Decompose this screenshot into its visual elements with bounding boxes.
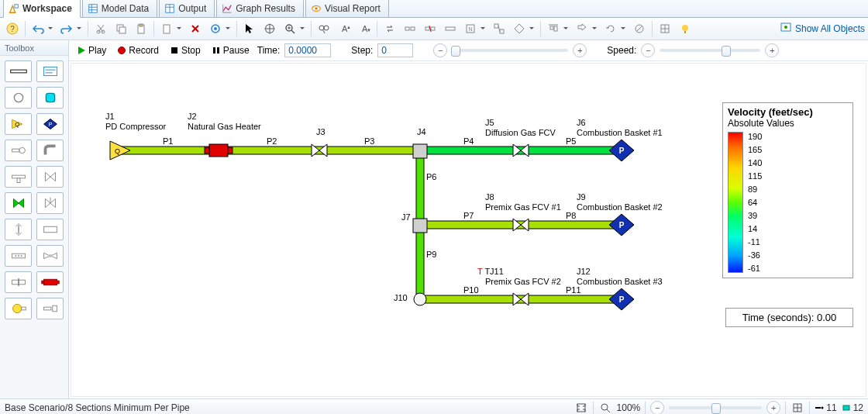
zoom-out-button[interactable]: − — [650, 401, 664, 414]
print-button[interactable] — [206, 19, 233, 38]
time-label: Time: — [257, 45, 281, 56]
toolbox-control-valve[interactable] — [5, 192, 32, 214]
toolbox-reservoir[interactable] — [36, 87, 64, 109]
morph-button[interactable] — [490, 19, 508, 38]
zoom-tool[interactable] — [281, 19, 308, 38]
speed-increment-button[interactable]: + — [765, 43, 779, 57]
separator — [785, 402, 786, 414]
cut-button[interactable] — [91, 19, 110, 38]
toolbox-assigned-pressure[interactable]: P — [36, 113, 64, 135]
svg-marker-132 — [521, 144, 529, 157]
toolbox-general-component[interactable] — [36, 219, 64, 240]
workspace-canvas[interactable]: Q P — [71, 63, 866, 397]
zoom-slider[interactable] — [669, 406, 762, 409]
speed-decrement-button[interactable]: − — [641, 43, 655, 57]
paste-button[interactable] — [132, 19, 150, 38]
grid-button[interactable] — [656, 19, 674, 38]
highlight-button[interactable] — [676, 19, 694, 38]
tab-visual-report[interactable]: Visual Report — [305, 0, 389, 17]
toolbox-screen[interactable] — [5, 245, 32, 267]
play-button[interactable]: Play — [74, 43, 109, 57]
reverse-pipe-button[interactable] — [381, 19, 399, 38]
velocity-legend[interactable]: Velocity (feet/sec) Absolute Values 190 … — [722, 102, 853, 278]
svg-point-11 — [315, 7, 318, 10]
svg-point-87 — [20, 255, 22, 257]
copy-button[interactable] — [112, 19, 130, 38]
delete-button[interactable] — [186, 19, 205, 38]
svg-point-32 — [324, 26, 329, 30]
workspace-options-button[interactable] — [790, 401, 804, 414]
fit-view-button[interactable] — [574, 401, 588, 414]
show-all-objects-button[interactable]: Show All Objects — [780, 22, 865, 36]
toolbox-compressor[interactable] — [5, 298, 32, 319]
svg-marker-136 — [513, 219, 521, 231]
step-increment-button[interactable]: + — [573, 43, 587, 57]
toolbox-bend[interactable] — [36, 140, 64, 161]
step-input[interactable] — [377, 43, 413, 57]
toolbox-dead-end[interactable] — [5, 140, 32, 161]
toolbox-assigned-flow[interactable]: Q — [5, 113, 32, 135]
time-input[interactable] — [284, 43, 331, 57]
select-tool[interactable] — [240, 19, 259, 38]
svg-line-28 — [291, 30, 294, 33]
rotate-button[interactable] — [601, 19, 629, 38]
stop-button[interactable]: Stop — [167, 43, 204, 57]
speed-slider[interactable] — [660, 49, 760, 52]
record-button[interactable]: Record — [114, 43, 162, 57]
align-button[interactable] — [544, 19, 571, 38]
separator — [540, 21, 541, 36]
svg-point-72 — [19, 147, 24, 153]
svg-point-31 — [319, 26, 324, 30]
flip-button[interactable] — [573, 19, 600, 38]
zoom-in-button[interactable]: + — [766, 401, 780, 414]
pan-tool[interactable] — [260, 19, 279, 38]
find-button[interactable] — [315, 19, 333, 38]
step-slider[interactable] — [452, 49, 568, 52]
undo-button[interactable] — [29, 19, 56, 38]
speed-label: Speed: — [607, 45, 636, 56]
lock-button[interactable] — [630, 19, 649, 38]
toolbox-heat-exchanger[interactable] — [36, 271, 64, 293]
tab-model-data[interactable]: Model Data — [82, 0, 157, 17]
toolbox-pipe[interactable] — [5, 60, 32, 82]
renumber-button[interactable]: N — [461, 19, 488, 38]
pause-button[interactable]: Pause — [208, 43, 253, 57]
toolbox-valve[interactable] — [36, 166, 64, 188]
svg-rect-99 — [171, 47, 177, 53]
svg-rect-21 — [140, 24, 143, 26]
svg-rect-58 — [684, 31, 686, 33]
font-increase-button[interactable]: A▲ — [335, 19, 353, 38]
tab-graph-results[interactable]: Graph Results — [216, 0, 304, 17]
tab-workspace[interactable]: Workspace — [3, 0, 81, 18]
svg-rect-153 — [843, 405, 849, 410]
font-decrease-button[interactable]: A▼ — [355, 19, 374, 38]
redo-button[interactable] — [57, 19, 84, 38]
svg-rect-96 — [52, 305, 57, 311]
legend-values: 190 165 140 115 89 64 39 14 -11 -36 -61 — [748, 132, 762, 273]
toolbox-relief-valve[interactable] — [36, 192, 64, 214]
separator — [652, 21, 653, 36]
step-decrement-button[interactable]: − — [433, 43, 447, 57]
toolbox-annotation[interactable] — [36, 60, 64, 82]
tab-output[interactable]: Output — [159, 0, 215, 17]
help-button[interactable]: ? — [3, 19, 22, 38]
special-conditions-button[interactable] — [510, 19, 537, 38]
svg-point-85 — [15, 255, 16, 257]
toolbox-area-change[interactable] — [5, 219, 32, 240]
svg-text:?: ? — [10, 25, 15, 33]
svg-line-147 — [607, 409, 610, 412]
model-data-icon — [88, 3, 98, 14]
toolbox-tee[interactable] — [5, 166, 32, 188]
show-all-icon — [780, 22, 792, 36]
svg-rect-1 — [89, 4, 98, 12]
combine-pipes-button[interactable] — [441, 19, 460, 38]
break-pipe-button[interactable] — [421, 19, 439, 38]
svg-rect-126 — [205, 147, 209, 154]
copy-image-button[interactable] — [157, 19, 184, 38]
toolbox-separator[interactable] — [36, 298, 64, 319]
toolbox-orifice[interactable] — [5, 271, 32, 293]
svg-point-65 — [14, 93, 22, 102]
toolbox-branch[interactable] — [5, 87, 32, 109]
toolbox-venturi[interactable] — [36, 245, 64, 267]
snap-pipe-button[interactable] — [401, 19, 419, 38]
